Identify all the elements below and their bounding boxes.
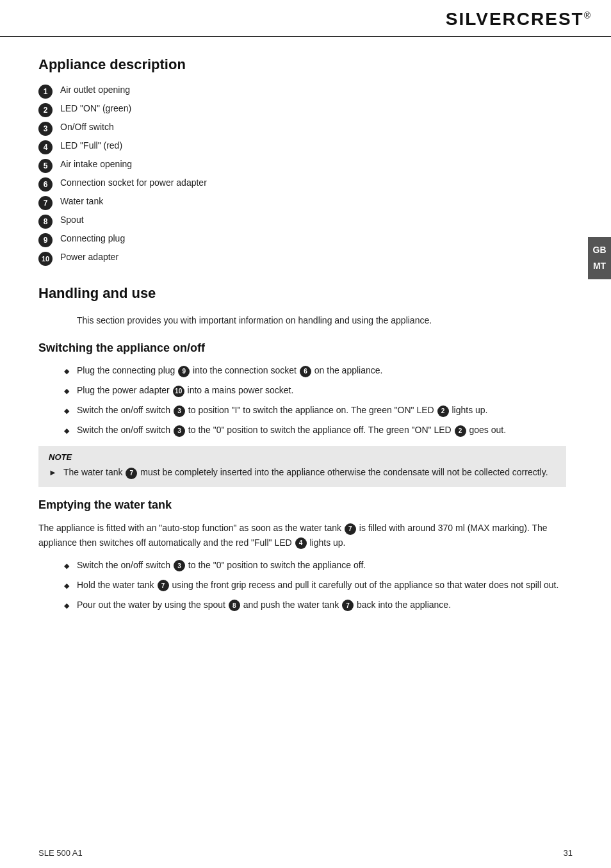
page-header: SILVERCREST® [0, 0, 611, 37]
bullet-empty-2: Hold the water tank 7 using the front gr… [77, 578, 558, 592]
list-item: 2 LED "ON" (green) [38, 103, 566, 117]
item-badge-9: 9 [38, 233, 53, 247]
bullet-item: ◆ Switch the on/off switch 3 to the "0" … [64, 423, 566, 437]
appliance-description-title: Appliance description [38, 56, 566, 73]
item-badge-3: 3 [38, 122, 53, 136]
item-badge-6: 6 [38, 177, 53, 192]
bullet-item: ◆ Pour out the water by using the spout … [64, 598, 566, 612]
bullet-item: ◆ Hold the water tank 7 using the front … [64, 578, 566, 592]
bullet-icon: ◆ [64, 386, 69, 397]
appliance-description-list: 1 Air outlet opening 2 LED "ON" (green) … [38, 85, 566, 266]
bullet-icon: ◆ [64, 600, 69, 611]
badge-7e: 7 [345, 523, 356, 535]
badge-3e: 3 [174, 560, 185, 571]
handling-use-title: Handling and use [38, 285, 566, 302]
lang-gb: GB [588, 242, 611, 258]
item-badge-2: 2 [38, 103, 53, 117]
main-content: Appliance description 1 Air outlet openi… [0, 37, 611, 640]
list-item: 1 Air outlet opening [38, 85, 566, 99]
badge-7f: 7 [158, 580, 169, 591]
badge-10: 10 [173, 386, 184, 397]
item-text-6: Connection socket for power adapter [60, 177, 207, 188]
item-text-3: On/Off switch [60, 122, 114, 132]
item-text-4: LED "Full" (red) [60, 140, 122, 151]
badge-2a: 2 [437, 405, 449, 417]
item-badge-8: 8 [38, 215, 53, 229]
list-item: 5 Air intake opening [38, 159, 566, 173]
item-text-1: Air outlet opening [60, 85, 130, 95]
list-item: 6 Connection socket for power adapter [38, 177, 566, 192]
emptying-bullets: ◆ Switch the on/off switch 3 to the "0" … [64, 559, 566, 612]
note-content: ► The water tank 7 must be completely in… [49, 466, 556, 479]
list-item: 8 Spout [38, 215, 566, 229]
page-footer: SLE 500 A1 31 [38, 848, 573, 858]
emptying-intro: The appliance is fitted with an "auto-st… [38, 521, 566, 550]
item-text-9: Connecting plug [60, 233, 125, 243]
brand-logo: SILVERCREST® [446, 9, 592, 29]
item-badge-1: 1 [38, 85, 53, 99]
list-item: 7 Water tank [38, 196, 566, 210]
list-item: 4 LED "Full" (red) [38, 140, 566, 154]
item-text-10: Power adapter [60, 252, 118, 262]
emptying-title: Emptying the water tank [38, 498, 566, 512]
emptying-section: Emptying the water tank The appliance is… [38, 498, 566, 612]
item-text-2: LED "ON" (green) [60, 103, 131, 113]
badge-2b: 2 [455, 425, 466, 437]
note-text: The water tank 7 must be completely inse… [63, 466, 548, 479]
lang-mt: MT [588, 258, 611, 274]
switching-title: Switching the appliance on/off [38, 341, 566, 355]
item-badge-4: 4 [38, 140, 53, 154]
item-text-8: Spout [60, 215, 84, 225]
bullet-text-4: Switch the on/off switch 3 to the "0" po… [77, 423, 506, 437]
badge-7n: 7 [126, 468, 137, 479]
bullet-icon: ◆ [64, 405, 69, 416]
badge-7g: 7 [342, 600, 354, 611]
brand-name: SILVERCREST [446, 9, 584, 29]
item-badge-5: 5 [38, 159, 53, 173]
list-item: 3 On/Off switch [38, 122, 566, 136]
list-item: 10 Power adapter [38, 252, 566, 266]
bullet-text-1: Plug the connecting plug 9 into the conn… [77, 364, 382, 377]
switching-section: Switching the appliance on/off ◆ Plug th… [38, 341, 566, 487]
brand-reg: ® [584, 10, 592, 20]
bullet-text-3: Switch the on/off switch 3 to position "… [77, 404, 488, 417]
badge-8e: 8 [229, 600, 240, 611]
bullet-item: ◆ Switch the on/off switch 3 to position… [64, 404, 566, 417]
list-item: 9 Connecting plug [38, 233, 566, 247]
bullet-icon: ◆ [64, 580, 69, 591]
arrow-icon: ► [49, 466, 57, 479]
badge-3a: 3 [174, 405, 185, 417]
note-box: NOTE ► The water tank 7 must be complete… [38, 446, 566, 487]
badge-3b: 3 [174, 425, 185, 437]
item-badge-10: 10 [38, 252, 53, 266]
bullet-item: ◆ Plug the power adapter 10 into a mains… [64, 384, 566, 397]
bullet-icon: ◆ [64, 561, 69, 571]
item-text-7: Water tank [60, 196, 103, 206]
bullet-item: ◆ Switch the on/off switch 3 to the "0" … [64, 559, 566, 572]
badge-9: 9 [178, 366, 190, 377]
bullet-empty-1: Switch the on/off switch 3 to the "0" po… [77, 559, 366, 572]
handling-intro: This section provides you with important… [77, 313, 566, 327]
bullet-icon: ◆ [64, 366, 69, 377]
switching-bullets: ◆ Plug the connecting plug 9 into the co… [64, 364, 566, 437]
badge-4e: 4 [295, 537, 307, 549]
model-number: SLE 500 A1 [38, 848, 83, 858]
bullet-empty-3: Pour out the water by using the spout 8 … [77, 598, 451, 612]
item-text-5: Air intake opening [60, 159, 132, 169]
badge-6: 6 [300, 366, 311, 377]
page-number: 31 [564, 848, 573, 858]
bullet-text-2: Plug the power adapter 10 into a mains p… [77, 384, 293, 397]
bullet-item: ◆ Plug the connecting plug 9 into the co… [64, 364, 566, 377]
bullet-icon: ◆ [64, 425, 69, 436]
note-title: NOTE [49, 452, 556, 462]
item-badge-7: 7 [38, 196, 53, 210]
language-tab: GB MT [588, 237, 611, 279]
